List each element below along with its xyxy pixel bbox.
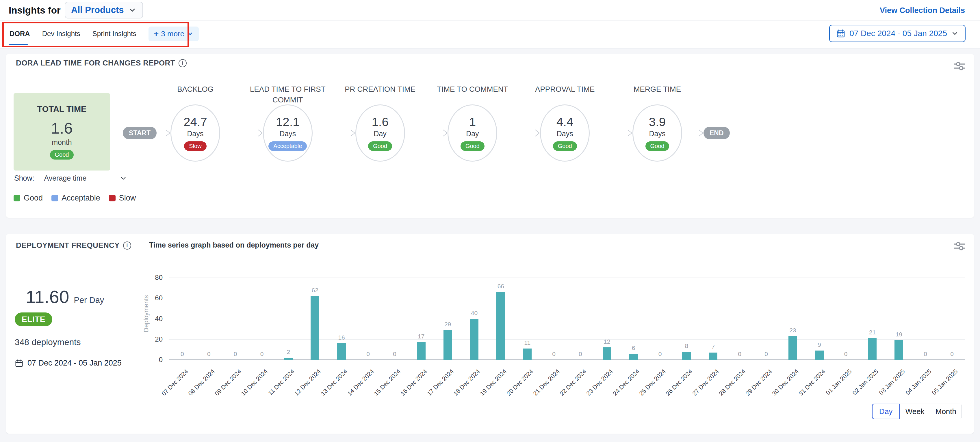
chevron-down-icon [951,30,959,37]
bar-23-dec-2024 [603,347,611,360]
flow-arrow [682,128,703,138]
x-tick-label: 23 Dec 2024 [585,368,614,397]
legend-item-slow: Slow [109,193,136,203]
stage-unit: Days [187,130,204,138]
legend-label: Good [24,193,43,203]
flow-arrow [497,128,540,138]
y-tick-label: 40 [142,315,163,323]
bar-value-label: 11 [524,339,530,346]
x-tick-label: 13 Dec 2024 [320,368,349,397]
stage-value: 1 [469,115,476,129]
stage-value: 1.6 [372,115,388,129]
active-tab-underline [9,44,28,45]
info-icon[interactable]: i [123,241,131,250]
stage-unit: Day [466,130,479,138]
stage-node-approval-time: 4.4DaysGood [540,105,590,162]
granularity-day-button[interactable]: Day [872,404,900,419]
stage-node-lead-time-to-first-commit: 12.1DaysAcceptable [263,105,313,162]
stage-label: TIME TO COMMENT [429,84,516,95]
bar-26-dec-2024 [682,352,691,360]
bar-value-label: 0 [207,350,211,358]
x-tick-label: 21 Dec 2024 [532,368,561,397]
flow-arrow [313,128,355,138]
bar-03-jan-2025 [894,340,903,360]
stage-status-badge: Slow [184,141,206,151]
bar-31-dec-2024 [815,350,824,360]
tab-dora[interactable]: DORA [10,30,30,38]
bar-value-label: 0 [738,350,741,358]
gridline [169,277,965,278]
x-tick-label: 08 Dec 2024 [187,368,216,397]
deployment-card-title: DEPLOYMENT FREQUENCY i [16,241,131,250]
tabs-more-dropdown[interactable]: +3 more [148,27,199,41]
tab-sprint-insights[interactable]: Sprint Insights [92,30,136,38]
x-tick-label: 07 Dec 2024 [160,368,189,397]
total-time-card: TOTAL TIME 1.6 month Good [14,93,110,171]
chart-settings-icon[interactable] [953,60,966,72]
chevron-down-icon [119,174,127,182]
stage-node-merge-time: 3.9DaysGood [632,105,682,162]
bar-16-dec-2024 [417,342,426,360]
tab-dev-insights[interactable]: Dev Insights [42,30,80,38]
stage-unit: Days [279,130,296,138]
bar-13-dec-2024 [337,343,346,360]
bar-value-label: 0 [950,350,954,358]
stage-label: PR CREATION TIME [337,84,423,95]
x-tick-label: 03 Jan 2025 [878,368,906,396]
bar-value-label: 23 [789,327,796,334]
tabs-more-label: 3 more [161,29,185,38]
x-tick-label: 20 Dec 2024 [505,368,535,397]
stage-value: 24.7 [183,115,207,129]
x-tick-label: 31 Dec 2024 [797,368,827,397]
deployment-rate: 11.60 Per Day [26,287,104,307]
info-icon[interactable]: i [178,59,187,67]
calendar-icon [836,29,845,38]
lead-time-card: DORA LEAD TIME FOR CHANGES REPORT i TOTA… [6,54,974,218]
chart-title-text: Time series graph based on deployments p… [149,241,319,249]
stage-unit: Days [557,130,573,138]
deployments-date-range: 07 Dec 2024 - 05 Jan 2025 [15,359,122,368]
bar-value-label: 62 [312,287,318,294]
x-tick-label: 24 Dec 2024 [611,368,641,397]
x-tick-label: 29 Dec 2024 [744,368,773,397]
bar-value-label: 8 [685,342,689,349]
y-tick-label: 20 [142,335,163,343]
stage-label: MERGE TIME [614,84,701,95]
x-tick-label: 15 Dec 2024 [373,368,402,397]
product-selector[interactable]: All Products [65,2,143,19]
show-dropdown[interactable]: Show: Average time [14,174,127,182]
bar-value-label: 40 [471,310,477,317]
deployment-rate-unit: Per Day [74,295,104,305]
legend-swatch [51,195,58,201]
total-time-status-badge: Good [50,150,74,160]
tabs-row: DORADev InsightsSprint Insights+3 more 0… [0,21,980,49]
granularity-week-button[interactable]: Week [900,404,930,419]
bar-value-label: 2 [287,349,290,355]
flow-arrow [405,128,448,138]
legend-label: Acceptable [62,193,100,203]
view-collection-details-link[interactable]: View Collection Details [880,6,965,15]
date-range-picker[interactable]: 07 Dec 2024 - 05 Jan 2025 [829,25,966,42]
total-time-unit: month [52,138,72,147]
stage-value: 3.9 [649,115,666,129]
status-legend: GoodAcceptableSlow [14,193,136,203]
granularity-month-button[interactable]: Month [930,404,962,419]
bar-value-label: 0 [393,350,396,358]
x-tick-label: 14 Dec 2024 [346,368,375,397]
deployments-total: 348 deployments [15,337,81,347]
stage-unit: Day [374,130,386,138]
x-tick-label: 10 Dec 2024 [240,368,269,397]
stage-label: APPROVAL TIME [522,84,608,95]
stage-value: 12.1 [276,115,300,129]
show-value: Average time [44,174,86,182]
chart-settings-icon[interactable] [953,240,966,252]
flow-arrow [149,128,170,138]
legend-item-good: Good [14,193,43,203]
x-tick-label: 22 Dec 2024 [558,368,588,397]
legend-swatch [109,195,116,201]
bar-value-label: 29 [444,321,451,328]
bar-value-label: 7 [711,343,715,350]
lead-time-card-title: DORA LEAD TIME FOR CHANGES REPORT i [16,59,187,68]
y-tick-label: 0 [142,356,163,364]
insights-page: Insights for All Products View Collectio… [0,0,980,442]
